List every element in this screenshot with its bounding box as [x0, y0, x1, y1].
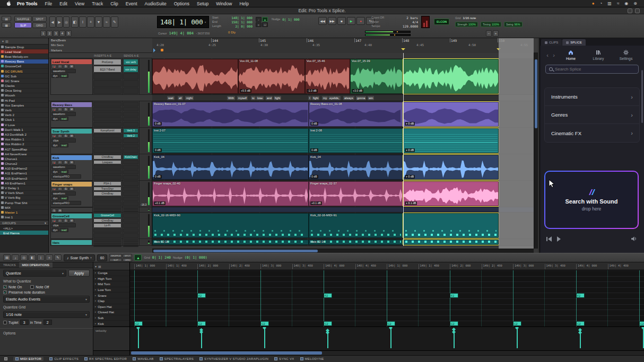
- mute-button[interactable]: M: [69, 187, 74, 191]
- empty-slot[interactable]: [93, 134, 121, 138]
- midi-note-C2[interactable]: C2: [197, 321, 206, 326]
- trim-tool[interactable]: ◧: [71, 16, 79, 28]
- track-name[interactable]: Finger snaps: [51, 182, 92, 187]
- elastic-audio-plugin[interactable]: elastiquePRO: [51, 174, 81, 179]
- selection-start-marker[interactable]: [401, 48, 405, 52]
- midi-horizontal-scrollbar[interactable]: [130, 350, 644, 355]
- previous-button[interactable]: [546, 236, 552, 242]
- smart-tool[interactable]: ▼: [95, 16, 102, 28]
- insert-lowpass[interactable]: Lowpass: [93, 160, 121, 165]
- empty-slot[interactable]: [93, 208, 121, 209]
- automation-dyn-button[interactable]: dyn: [51, 74, 59, 78]
- clip-kick-02-16-midi-91[interactable]: Kick_02-16-MIDI-91: [309, 213, 403, 238]
- clip-gain[interactable]: 0 dB: [310, 122, 318, 126]
- edit-horizontal-scrollbar[interactable]: [152, 249, 534, 253]
- velocity-stem[interactable]: [517, 328, 518, 348]
- window-titlebar[interactable]: Edit: Pro Tools x Splice.: [0, 7, 644, 14]
- empty-slot[interactable]: [93, 233, 121, 238]
- input-monitor-button[interactable]: I: [57, 108, 63, 111]
- solo-button[interactable]: S: [63, 108, 68, 111]
- splice-nav-home[interactable]: Home: [557, 49, 585, 60]
- sidebar-track-vox-riddim-1[interactable]: Vox Riddim 1: [0, 137, 48, 142]
- pencil-mini-tool[interactable]: ✎: [54, 254, 62, 261]
- menu-window[interactable]: Window: [212, 0, 236, 7]
- mode-shuffle-button[interactable]: SHUFFLE: [14, 16, 32, 22]
- transport-record[interactable]: ●: [356, 17, 365, 25]
- category-instruments[interactable]: Instruments›: [545, 88, 639, 106]
- clip-vox-03-11-08[interactable]: Vox.03_11-08+5.5 dB: [238, 59, 305, 94]
- sidebar-track-v-love[interactable]: V Love: [0, 122, 48, 127]
- empty-slot[interactable]: [123, 170, 138, 175]
- drum-lane-high-tom[interactable]: ▸High Tom: [93, 276, 129, 282]
- solo-button[interactable]: S: [63, 161, 68, 164]
- splice-nav-settings[interactable]: Settings: [612, 49, 640, 60]
- send-verb-2[interactable]: Verb 2: [123, 134, 138, 138]
- empty-slot[interactable]: [123, 223, 138, 228]
- empty-slot[interactable]: [93, 209, 121, 210]
- empty-slot[interactable]: [93, 73, 121, 80]
- bottom-tab-wavelab[interactable]: WAVELAB: [133, 357, 153, 360]
- lyric-marker[interactable]: my: [322, 96, 328, 100]
- options-label[interactable]: Options: [0, 329, 93, 335]
- empty-slot[interactable]: [93, 87, 121, 94]
- panel-tab-splice[interactable]: SPLICE: [562, 39, 585, 46]
- zoom-preset-4[interactable]: 4: [59, 30, 65, 37]
- input-monitor-button[interactable]: I: [57, 219, 63, 223]
- sidebar-track-sample-drop[interactable]: Sample Drop: [0, 45, 48, 49]
- menu-audiosuite[interactable]: AudioSuite: [141, 0, 170, 7]
- velocity-stem[interactable]: [327, 333, 328, 348]
- soar-synth-lane[interactable]: Inst 2-070 dBInst 2-080 dB+ 0 dB: [152, 128, 534, 154]
- operation-select[interactable]: Quantize: [3, 270, 66, 277]
- empty-slot[interactable]: [123, 148, 138, 153]
- empty-slot[interactable]: [123, 187, 138, 191]
- clip[interactable]: [403, 213, 499, 238]
- search-with-sound-card[interactable]: Search with Sound drop here: [544, 171, 639, 229]
- clip-kick-04[interactable]: Kick_040 dB: [152, 155, 309, 180]
- midi-nudge-value[interactable]: (0| 1| 000): [185, 255, 207, 260]
- sidebar-track-v-verb-big[interactable]: V Verb Big: [0, 196, 48, 200]
- empty-slot[interactable]: [93, 80, 121, 86]
- menu-event[interactable]: Event: [122, 0, 141, 7]
- insert-chrisbray[interactable]: ChrisBray: [93, 191, 121, 196]
- transport-fast-forward[interactable]: ▶▶: [328, 17, 336, 25]
- clip-gain[interactable]: -1.0 dB: [307, 89, 318, 93]
- grabber-tool[interactable]: +: [87, 16, 94, 28]
- lyric-marker[interactable]: night: [185, 96, 194, 100]
- empty-slot[interactable]: [123, 112, 138, 117]
- clip-kick-04[interactable]: Kick_040 dB: [309, 155, 403, 180]
- empty-slot[interactable]: [93, 241, 121, 242]
- automation-dyn-button[interactable]: dyn: [51, 143, 59, 147]
- sidebar-track-vox-samples[interactable]: Vox Samples: [0, 103, 48, 108]
- insert-lo-fi[interactable]: Lo-Fi: [93, 223, 121, 228]
- midi-grid-ruler[interactable]: 148| 1| 000148| 1| 480148| 2| 000148| 2|…: [130, 262, 644, 270]
- strength-chip[interactable]: Strength100%: [455, 22, 478, 27]
- automation-read-button[interactable]: read: [59, 74, 68, 78]
- lyric-marker[interactable]: gonna: [356, 96, 366, 100]
- midi-grid-value[interactable]: 0| 1| 240: [152, 255, 171, 260]
- empty-slot[interactable]: [123, 175, 138, 180]
- splice-scrollbar[interactable]: [641, 70, 643, 123]
- ruler-canvas[interactable]: 1441451461471481491504:204:254:304:354:4…: [152, 38, 534, 53]
- clip-gain[interactable]: 0 dB: [310, 175, 318, 179]
- velocity-stem[interactable]: [580, 333, 581, 348]
- clip[interactable]: [403, 240, 499, 245]
- track-header-hats[interactable]: Hats: [50, 239, 93, 246]
- sidebar-track-mix[interactable]: MIX: [0, 205, 48, 210]
- count-off-value[interactable]: 2 bars: [406, 16, 418, 20]
- menubar-status-icon-5[interactable]: ◉: [622, 1, 631, 6]
- ruler-bars-beats[interactable]: Bars|Beats: [51, 38, 66, 43]
- empty-slot[interactable]: [123, 191, 138, 196]
- solo-button[interactable]: S: [63, 187, 68, 191]
- clip-hats-02-18[interactable]: Hats 02-18: [152, 240, 309, 245]
- clip[interactable]: + 0 dB: [403, 128, 499, 153]
- group-all[interactable]: <ALL>: [0, 226, 48, 231]
- velocity-stem[interactable]: [138, 328, 139, 348]
- empty-slot[interactable]: [123, 228, 138, 233]
- menu-options[interactable]: Options: [170, 0, 193, 7]
- clip-gain[interactable]: 0 dB: [154, 148, 162, 152]
- expand-icon[interactable]: ▸: [95, 322, 96, 325]
- lyric-marker[interactable]: and: [266, 96, 273, 100]
- track-view-selector[interactable]: clips: [51, 138, 76, 143]
- nudge-value[interactable]: 0| 1| 000: [282, 17, 300, 21]
- send-verb-3[interactable]: Verb 3: [123, 128, 138, 133]
